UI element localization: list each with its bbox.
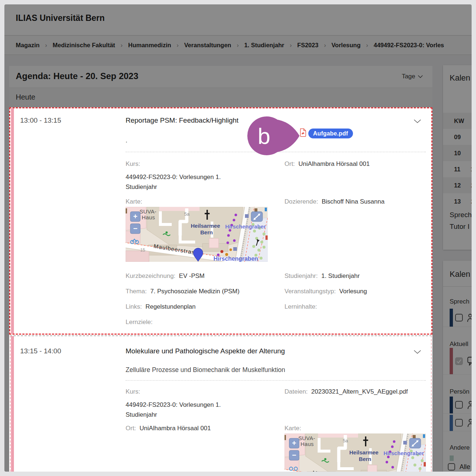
map-label-bern: Bern	[359, 456, 371, 462]
field-links: Links: Regelstundenplan	[126, 303, 196, 310]
field-kurs-value[interactable]: 449492-FS2023-0: Vorlesungen 1. Studienj…	[126, 400, 247, 420]
map-label-heilsarmee: Heilsarmee	[349, 449, 379, 455]
field-kurs-label: Kurs:	[126, 388, 140, 395]
map-zoom-out-button[interactable]: −	[289, 450, 299, 460]
location-map[interactable]: SUVA- Haus 5a Heilsarmee Bern Hirschengr…	[126, 207, 268, 262]
map-label-hirschengraber: Hirschengraber	[384, 450, 424, 456]
event-color-bar	[11, 336, 14, 472]
map-label-15: 15	[140, 248, 145, 253]
event-expand-chevron-icon[interactable]	[414, 119, 421, 123]
attachment-link[interactable]: Aufgabe.pdf	[308, 129, 353, 138]
screenshot-frame: ILIAS Universität Bern Magazin › Medizin…	[0, 0, 476, 476]
field-dateien: Dateien: 20230321_Altern_KV5_AEggel.pdf	[285, 388, 408, 395]
map-expand-button[interactable]	[251, 212, 263, 222]
event-note: .	[126, 137, 127, 144]
event-subtitle: Zelluläre Prozesse und Biomechanik der M…	[126, 366, 285, 374]
map-label-suva-2: Haus	[301, 441, 314, 447]
field-ort: Ort: UniAlhambra Hörsaal 001	[285, 160, 370, 168]
map-zoom-in-button[interactable]: +	[130, 212, 140, 222]
dateien-file-link[interactable]: 20230321_Altern_KV5_AEggel.pdf	[311, 388, 408, 395]
map-label-5a: 5a	[184, 211, 190, 217]
browser-viewport: ILIAS Universität Bern Magazin › Medizin…	[4, 4, 472, 472]
map-zoom-in-button[interactable]: +	[289, 438, 299, 448]
field-kurs-label: Kurs:	[126, 160, 140, 168]
map-label-suva-2: Haus	[142, 214, 155, 220]
regelstundenplan-link[interactable]: Regelstundenplan	[145, 303, 196, 310]
dim-overlay	[432, 107, 472, 472]
map-label-heilsarmee: Heilsarmee	[191, 223, 220, 229]
event-time: 13:15 - 14:00	[20, 347, 61, 355]
map-label-suva-1: SUVA-	[140, 208, 156, 215]
field-karte-label: Karte:	[285, 425, 301, 432]
location-map[interactable]: SUVA- Haus 5a Heilsarmee Bern Hirschengr…	[285, 434, 426, 472]
event-time: 13:00 - 13:15	[20, 116, 61, 124]
divider	[126, 152, 426, 152]
dim-overlay	[4, 107, 9, 472]
pdf-file-icon	[300, 128, 306, 137]
map-label-hirschengraben: Hirschengraben	[213, 256, 258, 262]
map-image[interactable]: SUVA- Haus 5a Heilsarmee Bern Hirschengr…	[126, 207, 268, 262]
field-studienjahr: Studienjahr: 1. Studienjahr	[285, 272, 360, 280]
svg-text:−: −	[292, 451, 297, 459]
dim-overlay	[4, 4, 472, 107]
field-ort: Ort: UniAlhambra Hörsaal 001	[126, 425, 211, 432]
event-color-bar	[11, 108, 14, 334]
svg-text:−: −	[133, 224, 138, 233]
field-thema: Thema: 7. Psychosoziale Medizin (PSM)	[126, 288, 239, 295]
map-label-5a: 5a	[343, 438, 348, 443]
event-title[interactable]: Reportage PSM: Feedback/Highlight	[126, 116, 238, 124]
map-label-bern: Bern	[200, 229, 213, 235]
field-lernziele-label: Lernziele:	[126, 319, 153, 326]
divider	[126, 380, 426, 381]
field-veranstaltungstyp: Veranstaltungstyp: Vorlesung	[285, 288, 367, 295]
map-zoom-out-button[interactable]: −	[130, 224, 140, 234]
map-expand-button[interactable]	[409, 438, 421, 448]
event-title[interactable]: Molekulare und Pathologische Aspekte der…	[126, 347, 285, 355]
field-lerninhalte-label: Lerninhalte:	[285, 303, 317, 310]
svg-text:+: +	[292, 439, 297, 447]
field-kurzbezeichnung: Kurzbezeichnung: EV -PSM	[126, 272, 205, 280]
map-label-hirschengraber: Hirschengraber	[225, 223, 266, 230]
map-image[interactable]: SUVA- Haus 5a Heilsarmee Bern Hirschengr…	[285, 434, 426, 472]
svg-text:+: +	[133, 212, 138, 220]
map-label-suva-1: SUVA-	[298, 435, 315, 441]
field-karte-label: Karte:	[126, 198, 142, 205]
field-kurs-value[interactable]: 449492-FS2023-0: Vorlesungen 1. Studienj…	[126, 172, 247, 192]
field-dozierende: Dozierende: Bischoff Nina Susanna	[285, 198, 384, 205]
event-expand-chevron-icon[interactable]	[414, 350, 421, 354]
